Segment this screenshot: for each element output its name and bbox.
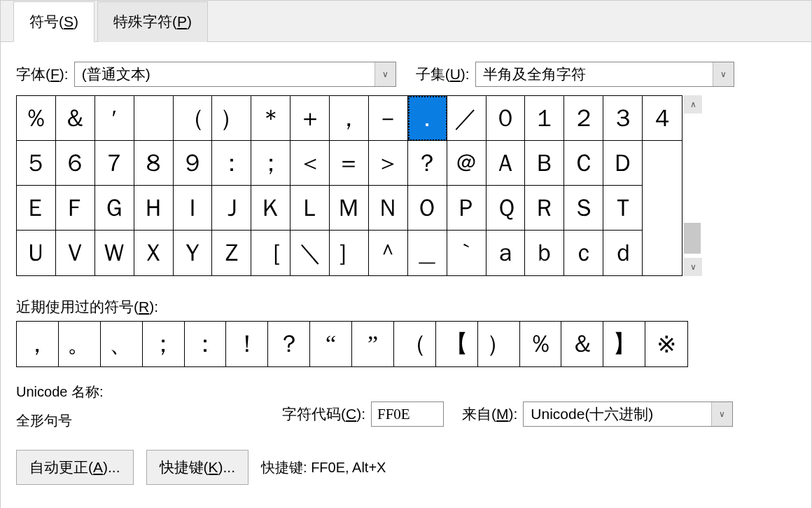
recent-symbol-cell[interactable]: ※ <box>645 322 687 366</box>
shortcut-button[interactable]: 快捷键(K)... <box>146 450 249 485</box>
chevron-down-icon[interactable]: ∨ <box>711 402 732 426</box>
symbol-cell[interactable]: ， <box>330 96 369 141</box>
symbol-cell[interactable]: ａ <box>486 231 526 275</box>
symbol-cell[interactable]: ＠ <box>447 141 486 186</box>
symbol-cell[interactable]: Ｃ <box>564 141 603 186</box>
chevron-down-icon[interactable]: ∨ <box>713 62 734 86</box>
symbol-cell[interactable]: ＿ <box>408 231 447 275</box>
symbol-cell[interactable]: Ｙ <box>174 231 213 275</box>
symbol-cell[interactable]: Ｇ <box>95 186 134 231</box>
symbol-cell[interactable]: ｀ <box>447 231 486 275</box>
symbol-cell[interactable]: ９ <box>174 141 213 186</box>
symbol-cell[interactable]: ３ <box>603 96 643 141</box>
symbol-cell[interactable]: ＞ <box>369 141 408 186</box>
symbol-cell[interactable]: ｂ <box>525 231 564 275</box>
symbol-cell[interactable]: ＋ <box>290 96 330 141</box>
symbol-cell[interactable]: Ａ <box>486 141 526 186</box>
subset-select[interactable]: 半角及全角字符 ∨ <box>475 62 734 87</box>
symbol-cell[interactable]: ｃ <box>564 231 603 275</box>
symbol-cell[interactable]: ＼ <box>290 231 330 275</box>
symbol-cell[interactable]: ］ <box>330 231 369 275</box>
recent-symbol-cell[interactable]: “ <box>310 322 352 366</box>
symbol-cell[interactable]: ％ <box>17 96 56 141</box>
symbol-cell[interactable]: Ｋ <box>251 186 290 231</box>
symbol-cell[interactable]: Ｊ <box>212 186 251 231</box>
symbol-cell[interactable]: Ｄ <box>603 141 643 186</box>
symbol-cell[interactable]: ／ <box>447 96 486 141</box>
symbol-cell[interactable]: ４ <box>643 96 682 141</box>
symbol-cell[interactable]: ； <box>251 141 290 186</box>
symbol-cell[interactable]: Ｓ <box>564 186 603 231</box>
recent-symbol-cell[interactable]: ， <box>17 322 59 366</box>
font-select[interactable]: (普通文本) ∨ <box>74 62 396 87</box>
symbol-cell[interactable]: Ｎ <box>369 186 408 231</box>
tab-symbols[interactable]: 符号(S) <box>13 1 94 42</box>
symbol-cell[interactable]: ［ <box>251 231 290 275</box>
symbol-cell[interactable]: Ｘ <box>134 231 174 275</box>
recent-symbol-cell[interactable]: 。 <box>59 322 101 366</box>
symbol-cell[interactable]: ０ <box>486 96 526 141</box>
symbol-cell[interactable]: １ <box>525 96 564 141</box>
recent-symbol-cell[interactable]: ” <box>352 322 394 366</box>
symbol-cell[interactable]: （ <box>174 96 213 141</box>
code-block: 字符代码(C): 来自(M): Unicode(十六进制) ∨ <box>282 401 733 427</box>
symbol-cell[interactable]: ＊ <box>251 96 290 141</box>
recent-symbol-cell[interactable]: ： <box>185 322 227 366</box>
recent-symbol-cell[interactable]: 、 <box>101 322 143 366</box>
recent-symbol-cell[interactable]: 【 <box>436 322 478 366</box>
chevron-down-icon[interactable]: ∨ <box>374 62 396 86</box>
scroll-up-icon[interactable]: ∧ <box>684 95 702 114</box>
symbol-cell[interactable]: Ｉ <box>174 186 213 231</box>
recent-symbol-cell[interactable]: ？ <box>268 322 310 366</box>
symbol-cell[interactable]: ？ <box>408 141 447 186</box>
scroll-down-icon[interactable]: ∨ <box>684 258 702 276</box>
symbol-cell[interactable]: ＜ <box>290 141 330 186</box>
from-select[interactable]: Unicode(十六进制) ∨ <box>523 401 733 427</box>
symbol-cell[interactable]: Ｌ <box>290 186 330 231</box>
symbol-cell[interactable]: ） <box>212 96 251 141</box>
symbol-cell[interactable]: Ｐ <box>447 186 486 231</box>
symbol-cell[interactable]: ＾ <box>369 231 408 275</box>
symbol-cell[interactable]: Ｗ <box>95 231 134 275</box>
tab-special-chars[interactable]: 特殊字符(P) <box>97 1 208 42</box>
symbol-cell[interactable]: Ｏ <box>408 186 447 231</box>
recent-symbol-cell[interactable]: ！ <box>226 322 268 366</box>
font-label: 字体(F): <box>16 64 69 84</box>
grid-scrollbar[interactable]: ∧ ∨ <box>684 95 702 276</box>
symbol-cell[interactable]: Ｈ <box>134 186 174 231</box>
recent-symbol-cell[interactable]: ） <box>478 322 520 366</box>
autocorrect-button[interactable]: 自动更正(A)... <box>16 450 134 485</box>
symbol-cell[interactable]: Ｍ <box>330 186 369 231</box>
symbol-cell[interactable]: ＝ <box>330 141 369 186</box>
scroll-thumb[interactable] <box>684 223 701 254</box>
symbol-cell[interactable]: ２ <box>564 96 603 141</box>
symbol-cell[interactable]: ｄ <box>603 231 643 275</box>
symbol-grid: ％＆′（）＊＋，－．／０１２３４５６７８９：；＜＝＞？＠ＡＢＣＤＥＦＧＨＩＪＫＬ… <box>16 95 682 276</box>
symbol-cell[interactable]: ＆ <box>56 96 95 141</box>
symbol-cell[interactable]: Ｅ <box>17 186 56 231</box>
symbol-cell[interactable]: Ｆ <box>56 186 95 231</box>
recent-symbol-cell[interactable]: ＆ <box>561 322 603 366</box>
symbol-cell[interactable]: Ｚ <box>212 231 251 275</box>
font-value: (普通文本) <box>75 64 374 84</box>
recent-symbol-cell[interactable]: （ <box>394 322 436 366</box>
symbol-cell[interactable]: － <box>369 96 408 141</box>
code-input[interactable] <box>371 401 444 427</box>
symbol-cell[interactable]: Ｕ <box>17 231 56 275</box>
symbol-cell[interactable]: Ｔ <box>603 186 643 231</box>
symbol-cell[interactable]: ７ <box>95 141 134 186</box>
symbol-cell[interactable]: ： <box>212 141 251 186</box>
symbol-cell[interactable]: Ｂ <box>525 141 564 186</box>
symbol-cell[interactable]: ５ <box>17 141 56 186</box>
recent-symbol-cell[interactable]: 】 <box>603 322 645 366</box>
symbol-cell[interactable]: ′ <box>95 96 134 141</box>
symbol-cell[interactable]: Ｒ <box>525 186 564 231</box>
symbol-cell[interactable]: ６ <box>56 141 95 186</box>
symbol-cell[interactable]: Ｑ <box>486 186 526 231</box>
recent-symbol-cell[interactable]: ； <box>143 322 185 366</box>
recent-symbol-cell[interactable]: ％ <box>520 322 562 366</box>
symbol-cell[interactable]: ８ <box>134 141 174 186</box>
symbol-cell[interactable] <box>134 96 174 141</box>
symbol-cell[interactable]: Ｖ <box>56 231 95 275</box>
symbol-cell[interactable]: ． <box>408 96 447 141</box>
